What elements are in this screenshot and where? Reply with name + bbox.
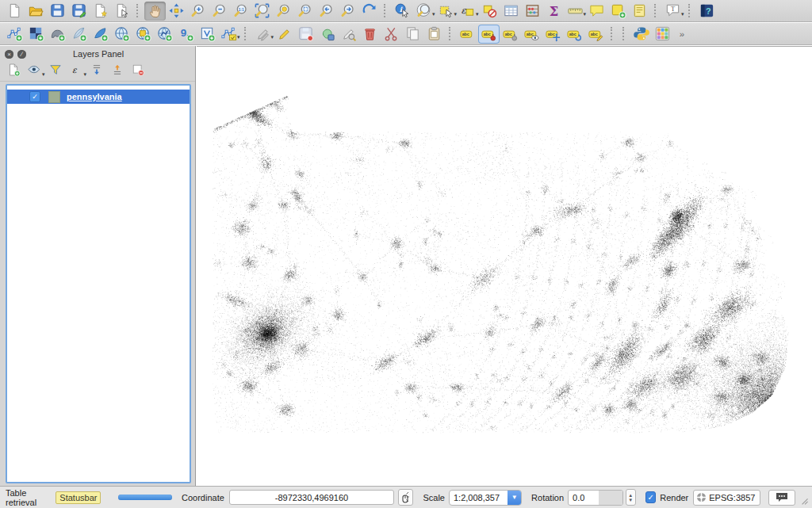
toggle-extents-button[interactable]	[398, 489, 413, 506]
python-console-button[interactable]	[630, 25, 652, 44]
pan-map-button[interactable]	[144, 2, 166, 21]
open-project-button[interactable]	[25, 2, 47, 21]
label-rotate-button[interactable]: abc	[564, 25, 585, 44]
help-button[interactable]: ?	[696, 2, 718, 21]
scale-dropdown-icon[interactable]: ▼	[508, 491, 521, 505]
resize-grip[interactable]	[800, 496, 808, 506]
text-annotation-button[interactable]: T	[662, 2, 684, 21]
new-print-composer-button[interactable]	[90, 2, 111, 21]
svg-text:ε: ε	[461, 5, 466, 16]
label-pin-selected-button[interactable]: abc	[478, 25, 500, 44]
identify-features-button[interactable]: i	[392, 2, 413, 21]
render-checkbox[interactable]: ✓	[645, 491, 656, 503]
coordinate-input[interactable]	[229, 490, 394, 505]
zoom-last-icon	[318, 2, 335, 19]
toolbar-overflow-button[interactable]: »	[673, 25, 695, 44]
progress-bar	[118, 495, 172, 500]
rotation-stepper[interactable]: ▲▼	[626, 489, 636, 506]
add-delimited-text-layer-button[interactable]: 9,	[175, 25, 197, 44]
paste-features-button[interactable]	[423, 25, 445, 44]
select-features-button[interactable]	[435, 2, 457, 21]
add-wfs-layer-button[interactable]	[154, 25, 175, 44]
add-mssql-layer-icon	[92, 25, 109, 42]
zoom-next-button[interactable]	[337, 2, 358, 21]
add-mssql-layer-button[interactable]	[90, 25, 111, 44]
processing-toolbox-icon	[654, 25, 671, 42]
composer-manager-icon	[113, 2, 130, 19]
expand-all-button[interactable]	[86, 63, 107, 80]
save-project-as-button[interactable]	[68, 2, 90, 21]
show-bookmarks-button[interactable]	[629, 2, 650, 21]
add-vector-layer-button[interactable]	[4, 25, 25, 44]
zoom-to-layer-button[interactable]	[273, 2, 294, 21]
layers-panel-titlebar: × ∕ Layers Panel	[0, 46, 195, 62]
node-tool-button[interactable]	[338, 25, 359, 44]
add-spatialite-layer-button[interactable]	[68, 25, 90, 44]
zoom-full-button[interactable]	[166, 2, 187, 21]
zoom-actual-size-button[interactable]: 1:1	[230, 2, 251, 21]
add-wms-layer-button[interactable]	[111, 25, 132, 44]
scale-combo[interactable]: 1:2,008,357 ▼	[449, 490, 522, 506]
rotation-spinbox[interactable]: 0.0	[568, 490, 623, 506]
delete-selected-button[interactable]	[359, 25, 381, 44]
save-layer-edits-button[interactable]	[295, 25, 316, 44]
layers-list[interactable]: ✓ pennsylvania	[6, 84, 191, 483]
add-virtual-layer-button[interactable]	[197, 25, 218, 44]
label-toggle-visibility-button[interactable]: abc	[521, 25, 542, 44]
measure-button[interactable]	[565, 2, 586, 21]
toolbar-separator	[449, 27, 453, 40]
composer-manager-button[interactable]	[111, 2, 132, 21]
new-bookmark-button[interactable]	[607, 2, 629, 21]
log-messages-button[interactable]	[768, 490, 795, 506]
add-raster-layer-button[interactable]	[25, 25, 47, 44]
select-by-value-button[interactable]	[413, 2, 435, 21]
svg-text:Σ: Σ	[549, 4, 557, 19]
open-attribute-table-button[interactable]	[500, 2, 522, 21]
show-statistics-button[interactable]	[522, 2, 543, 21]
add-wcs-layer-button[interactable]	[132, 25, 154, 44]
zoom-in-icon	[190, 2, 206, 19]
select-by-expression-button[interactable]: ε	[457, 2, 478, 21]
remove-layer-button[interactable]	[128, 63, 148, 80]
label-pin-button[interactable]: abc	[500, 25, 521, 44]
filter-legend-button[interactable]	[45, 63, 66, 80]
processing-toolbox-button[interactable]	[652, 25, 673, 44]
zoom-to-selection-button[interactable]	[294, 2, 316, 21]
zoom-to-extent-button[interactable]	[251, 2, 273, 21]
layer-row-pennsylvania[interactable]: ✓ pennsylvania	[7, 90, 190, 104]
crs-status-button[interactable]: EPSG:3857	[693, 490, 760, 506]
map-canvas[interactable]	[197, 47, 812, 486]
panel-close-icon[interactable]: ×	[5, 50, 13, 59]
open-project-icon	[28, 2, 44, 19]
add-raster-layer-icon	[28, 25, 44, 42]
zoom-in-button[interactable]	[187, 2, 209, 21]
label-edit-icon: abc	[588, 25, 604, 42]
add-group-button[interactable]	[3, 63, 24, 80]
cut-features-button[interactable]	[381, 25, 402, 44]
save-project-button[interactable]	[47, 2, 68, 21]
filter-by-expression-icon: ε	[69, 63, 83, 80]
new-shapefile-layer-button[interactable]	[218, 25, 239, 44]
map-tips-button[interactable]	[586, 2, 607, 21]
add-delimited-text-layer-icon: 9,	[178, 25, 194, 42]
collapse-all-button[interactable]	[107, 63, 128, 80]
toggle-editing-button[interactable]	[252, 25, 274, 44]
layer-checkbox[interactable]: ✓	[29, 91, 40, 102]
add-group-icon	[6, 63, 21, 80]
deselect-all-button[interactable]	[479, 2, 500, 21]
refresh-map-button[interactable]	[358, 2, 380, 21]
panel-float-icon[interactable]: ∕	[17, 50, 26, 59]
layer-name[interactable]: pennsylvania	[67, 92, 122, 101]
zoom-last-button[interactable]	[316, 2, 337, 21]
add-postgis-layer-button[interactable]	[47, 25, 68, 44]
label-move-button[interactable]: abc	[542, 25, 564, 44]
layer-color-swatch	[48, 91, 60, 103]
copy-features-button[interactable]	[402, 25, 423, 44]
move-feature-button[interactable]	[316, 25, 338, 44]
show-sum-button[interactable]: Σ	[543, 2, 565, 21]
current-edits-button[interactable]	[274, 25, 295, 44]
label-highlight-button[interactable]: abc	[457, 25, 478, 44]
new-project-button[interactable]	[4, 2, 25, 21]
zoom-out-button[interactable]	[209, 2, 230, 21]
label-edit-button[interactable]: abc	[585, 25, 607, 44]
